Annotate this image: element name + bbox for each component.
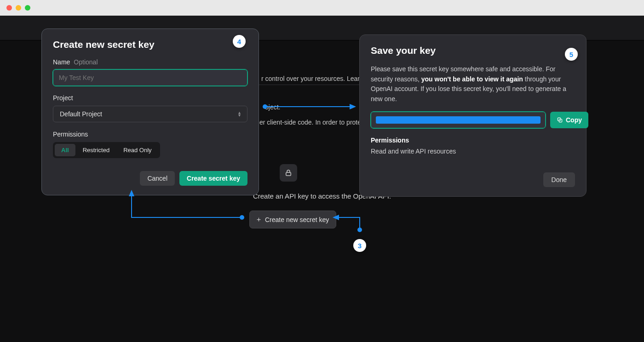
annotation-step-4: 4 (233, 35, 246, 48)
bg-text-line1: r control over your resources. Learn (261, 75, 363, 82)
dialog-title: Create new secret key (53, 39, 247, 50)
project-select[interactable]: Default Project ▴▾ (53, 106, 247, 122)
select-chevron-icon: ▴▾ (238, 111, 241, 117)
permissions-title: Permissions (371, 137, 575, 144)
create-secret-key-dialog: Create new secret key Name Optional Proj… (41, 28, 259, 195)
permission-readonly-option[interactable]: Read Only (117, 144, 158, 156)
minimize-window-button[interactable] (16, 5, 21, 11)
bg-text-line3: er client-side code. In order to prote (259, 119, 361, 126)
permissions-segmented-control: All Restricted Read Only (53, 142, 160, 158)
name-label: Name (53, 58, 70, 66)
create-new-secret-key-button[interactable]: ＋ Create new secret key (249, 211, 336, 228)
create-button-label: Create new secret key (265, 216, 329, 223)
svg-point-4 (240, 215, 244, 220)
annotation-step-5: 5 (565, 48, 578, 61)
maximize-window-button[interactable] (25, 5, 30, 11)
secret-key-field[interactable] (371, 112, 546, 128)
cancel-button[interactable]: Cancel (140, 171, 175, 186)
lock-icon-container (280, 164, 297, 182)
close-window-button[interactable] (6, 5, 12, 11)
name-optional-label: Optional (74, 58, 98, 66)
copy-icon (557, 117, 563, 123)
copy-key-button[interactable]: Copy (550, 112, 588, 128)
create-secret-key-submit-button[interactable]: Create secret key (179, 171, 247, 186)
save-key-description: Please save this secret key somewhere sa… (371, 64, 575, 104)
permission-restricted-option[interactable]: Restricted (76, 144, 116, 156)
redacted-key-value (376, 116, 540, 124)
annotation-step-3: 3 (353, 239, 366, 252)
project-label: Project (53, 94, 247, 102)
plus-icon: ＋ (255, 215, 262, 224)
done-button[interactable]: Done (543, 172, 575, 187)
window-titlebar (0, 0, 644, 16)
permission-all-option[interactable]: All (55, 144, 75, 156)
svg-point-3 (357, 228, 362, 232)
save-your-key-dialog: Save your key Please save this secret ke… (359, 34, 586, 197)
permissions-label: Permissions (53, 131, 247, 138)
bg-text-line2: oject. (265, 103, 280, 111)
permissions-description: Read and write API resources (371, 148, 575, 155)
dialog-title: Save your key (371, 45, 575, 56)
project-selected-value: Default Project (60, 110, 102, 118)
lock-icon (284, 169, 293, 177)
key-name-input[interactable] (53, 69, 247, 86)
svg-rect-0 (286, 172, 291, 176)
